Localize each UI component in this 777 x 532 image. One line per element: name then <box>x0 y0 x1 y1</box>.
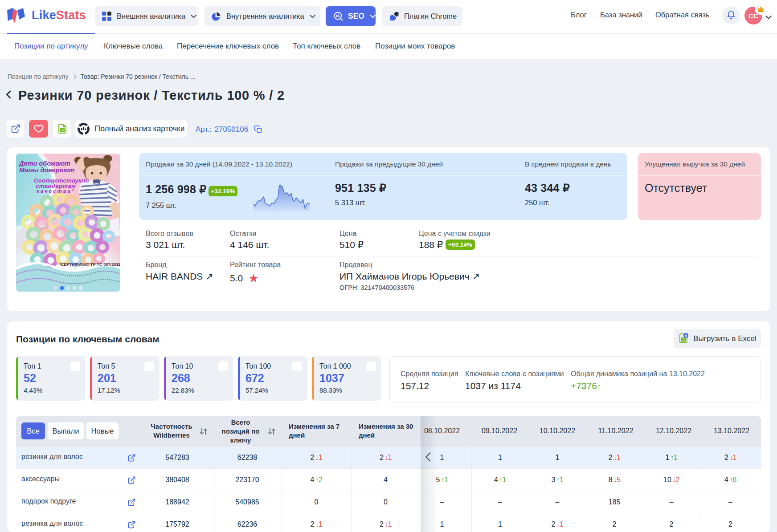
svg-text:*СЕРТИФИКАТ ТР ТС 007/2011: *СЕРТИФИКАТ ТР ТС 007/2011 <box>59 262 120 267</box>
svg-text:Мамы доверяют: Мамы доверяют <box>19 167 74 174</box>
svg-text:качества*: качества* <box>37 188 75 194</box>
svg-text:Дети обожают: Дети обожают <box>18 160 70 167</box>
